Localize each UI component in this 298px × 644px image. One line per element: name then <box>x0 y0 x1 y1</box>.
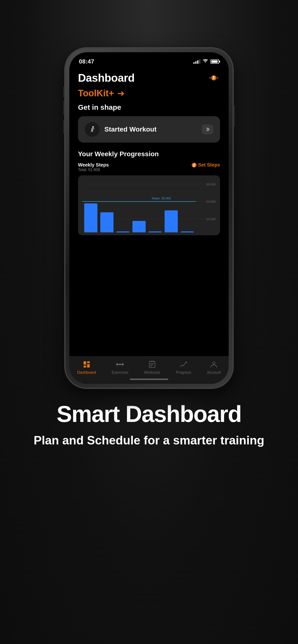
volume-up-button <box>63 100 65 115</box>
nav-label-account: Account <box>207 370 221 375</box>
power-button <box>233 106 235 127</box>
chart-bar-2 <box>100 212 113 232</box>
steps-info: Weekly Steps Total: 51.608 <box>78 162 109 172</box>
workout-icon-circle <box>85 122 100 137</box>
svg-point-2 <box>213 76 215 77</box>
get-in-shape-text: Get in shape <box>78 103 220 112</box>
set-steps-label: Set Steps <box>198 162 220 168</box>
svg-rect-12 <box>122 363 123 366</box>
chart-bar-5 <box>148 232 162 232</box>
signal-bar-1 <box>193 62 195 64</box>
signal-bar-3 <box>197 60 198 64</box>
nav-item-progress[interactable]: Progress <box>176 360 191 375</box>
svg-rect-14 <box>121 364 122 365</box>
battery-icon <box>210 60 219 64</box>
steps-header: Weekly Steps Total: 51.608 Set Steps <box>78 162 220 172</box>
nav-item-account[interactable]: Account <box>207 360 221 375</box>
home-indicator <box>69 376 229 384</box>
toolkit-arrow-icon: ➜ <box>117 88 124 98</box>
toolkit-label: ToolKit+ <box>78 88 114 98</box>
svg-rect-11 <box>116 363 118 366</box>
svg-rect-13 <box>118 364 119 365</box>
dashboard-icon <box>82 360 91 369</box>
exercises-icon <box>115 360 124 369</box>
app-content: Dashboard <box>69 66 229 356</box>
home-bar <box>130 378 168 380</box>
svg-rect-7 <box>87 361 90 363</box>
svg-rect-10 <box>119 364 121 365</box>
svg-point-18 <box>213 362 215 364</box>
workout-title: Started Workout <box>104 126 197 133</box>
mute-button <box>63 86 65 97</box>
wifi-icon <box>203 59 208 64</box>
workout-card[interactable]: Started Workout <box>78 116 220 142</box>
svg-rect-15 <box>149 361 155 368</box>
svg-rect-16 <box>151 361 152 362</box>
svg-point-3 <box>92 126 94 128</box>
progress-icon <box>179 360 188 369</box>
svg-rect-6 <box>83 361 86 365</box>
notification-icon[interactable] <box>208 72 220 84</box>
chart-bars <box>82 180 196 232</box>
bottom-nav: Dashboard Exercises <box>69 356 229 376</box>
chart-bar-7 <box>181 232 194 232</box>
set-steps-button[interactable]: Set Steps <box>192 162 220 168</box>
nav-item-workouts[interactable]: Workouts <box>144 360 160 375</box>
header-row: Dashboard <box>78 72 220 84</box>
workout-navigate-button[interactable] <box>202 124 213 134</box>
status-time: 08:47 <box>79 58 94 65</box>
chart-bar-3 <box>116 232 129 232</box>
steps-label: Weekly Steps <box>78 162 109 168</box>
chart-bar-1 <box>84 204 97 232</box>
nav-label-workouts: Workouts <box>144 370 160 375</box>
smart-dashboard-title: Smart Dashboard <box>34 402 264 426</box>
nav-item-dashboard[interactable]: Dashboard <box>77 360 96 375</box>
account-icon <box>209 360 218 369</box>
svg-rect-8 <box>83 366 86 368</box>
phone-mockup: 08:47 <box>65 48 233 388</box>
chart-area: 30.000 20.000 10.000 Steps: 20.000 <box>82 180 216 232</box>
nav-label-exercises: Exercises <box>112 370 128 375</box>
svg-point-5 <box>194 164 195 164</box>
battery-fill <box>211 60 218 63</box>
weekly-progression-title: Your Weekly Progression <box>78 150 220 158</box>
toolkit-row[interactable]: ToolKit+ ➜ <box>78 88 220 98</box>
workouts-icon <box>147 360 157 369</box>
status-icons <box>193 59 219 64</box>
svg-rect-17 <box>153 361 154 362</box>
bottom-section: Smart Dashboard Plan and Schedule for a … <box>14 402 283 448</box>
chart-container: 30.000 20.000 10.000 Steps: 20.000 <box>78 176 220 235</box>
signal-icon <box>193 60 200 64</box>
chart-bar-6 <box>165 210 178 232</box>
chart-label-30k: 30.000 <box>206 182 216 186</box>
chart-label-20k: 20.000 <box>206 200 216 204</box>
signal-bar-4 <box>199 60 200 64</box>
chart-bar-4 <box>132 221 146 232</box>
phone-screen: 08:47 <box>69 52 229 384</box>
nav-label-dashboard: Dashboard <box>77 370 96 375</box>
steps-total: Total: 51.608 <box>78 168 109 172</box>
notch <box>133 56 165 63</box>
nav-item-exercises[interactable]: Exercises <box>112 360 128 375</box>
chart-label-10k: 10.000 <box>206 217 216 221</box>
nav-label-progress: Progress <box>176 370 191 375</box>
svg-rect-9 <box>87 364 90 368</box>
page-title: Dashboard <box>78 72 135 84</box>
smart-dashboard-subtitle: Plan and Schedule for a smarter training <box>34 433 264 448</box>
signal-bar-2 <box>195 61 197 64</box>
volume-down-button <box>63 120 65 134</box>
